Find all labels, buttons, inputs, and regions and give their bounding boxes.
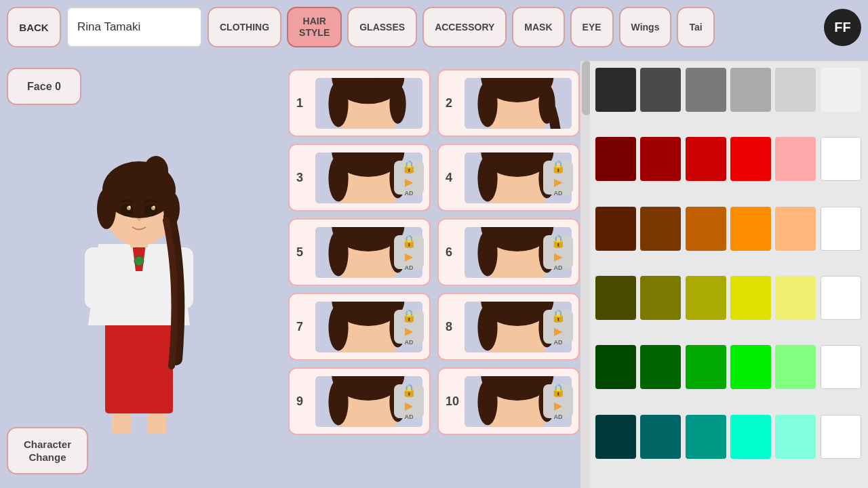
hair-item-number: 4 bbox=[446, 171, 459, 185]
color-swatch-18[interactable] bbox=[595, 276, 636, 320]
hair-item-3[interactable]: 3 🔒 ▶ AD bbox=[288, 144, 431, 211]
back-button[interactable]: BACK bbox=[7, 7, 61, 47]
hair-item-number: 10 bbox=[446, 394, 459, 409]
color-swatch-30[interactable] bbox=[595, 415, 636, 459]
back-label: BACK bbox=[19, 22, 48, 33]
hair-item-number: 6 bbox=[446, 245, 459, 260]
svg-point-16 bbox=[129, 206, 131, 208]
color-swatch-4[interactable] bbox=[775, 68, 816, 112]
hair-item-6[interactable]: 6 🔒 ▶ AD bbox=[437, 218, 580, 286]
color-swatch-10[interactable] bbox=[775, 137, 816, 181]
color-swatch-5[interactable] bbox=[821, 68, 861, 112]
character-display bbox=[0, 102, 278, 434]
svg-rect-20 bbox=[147, 413, 166, 434]
svg-rect-3 bbox=[85, 247, 105, 308]
character-change-button[interactable]: Character Change bbox=[7, 427, 88, 474]
hair-grid: 1 2 3 🔒 ▶ AD 4 bbox=[281, 66, 587, 438]
color-swatch-35[interactable] bbox=[821, 415, 861, 459]
color-swatch-27[interactable] bbox=[730, 345, 771, 389]
hair-item-2[interactable]: 2 bbox=[437, 69, 580, 137]
color-swatch-22[interactable] bbox=[775, 276, 816, 320]
tabs-container: CLOTHINGHAIR STYLEGLASSESACCESSORYMASKEY… bbox=[208, 7, 715, 47]
lock-overlay[interactable]: 🔒 ▶ AD bbox=[543, 235, 573, 269]
tab-accessory[interactable]: ACCESSORY bbox=[422, 7, 507, 47]
lock-overlay[interactable]: 🔒 ▶ AD bbox=[543, 161, 573, 195]
color-swatch-34[interactable] bbox=[775, 415, 816, 459]
play-icon: ▶ bbox=[554, 176, 562, 188]
hair-item-1[interactable]: 1 bbox=[288, 69, 431, 137]
character-name-text: Rina Tamaki bbox=[77, 20, 140, 34]
color-swatch-32[interactable] bbox=[686, 415, 726, 459]
hair-item-number: 5 bbox=[296, 245, 310, 260]
color-swatch-29[interactable] bbox=[821, 345, 861, 389]
play-icon: ▶ bbox=[405, 176, 413, 188]
color-swatch-20[interactable] bbox=[686, 276, 726, 320]
ad-label: AD bbox=[554, 413, 563, 420]
color-swatch-8[interactable] bbox=[686, 137, 726, 181]
hair-item-number: 2 bbox=[446, 96, 459, 110]
hair-item-10[interactable]: 10 🔒 ▶ AD bbox=[437, 367, 580, 435]
hair-item-5[interactable]: 5 🔒 ▶ AD bbox=[288, 218, 431, 286]
character-change-label: Character Change bbox=[24, 438, 71, 464]
lock-icon: 🔒 bbox=[401, 159, 416, 174]
color-swatch-16[interactable] bbox=[775, 207, 816, 251]
svg-point-18 bbox=[134, 256, 144, 266]
color-swatch-15[interactable] bbox=[730, 207, 771, 251]
color-swatch-25[interactable] bbox=[640, 345, 681, 389]
lock-overlay[interactable]: 🔒 ▶ AD bbox=[543, 384, 573, 418]
color-swatch-6[interactable] bbox=[595, 137, 636, 181]
lock-overlay[interactable]: 🔒 ▶ AD bbox=[394, 310, 424, 344]
hair-item-7[interactable]: 7 🔒 ▶ AD bbox=[288, 293, 431, 361]
color-swatch-2[interactable] bbox=[686, 68, 726, 112]
play-icon: ▶ bbox=[405, 250, 413, 263]
color-swatch-33[interactable] bbox=[730, 415, 771, 459]
color-swatch-19[interactable] bbox=[640, 276, 681, 320]
color-swatch-23[interactable] bbox=[821, 276, 861, 320]
lock-overlay[interactable]: 🔒 ▶ AD bbox=[394, 384, 424, 418]
ad-label: AD bbox=[405, 413, 414, 420]
color-swatch-0[interactable] bbox=[595, 68, 636, 112]
color-swatch-3[interactable] bbox=[730, 68, 771, 112]
hair-item-9[interactable]: 9 🔒 ▶ AD bbox=[288, 367, 431, 435]
hair-item-number: 7 bbox=[296, 320, 310, 334]
tab-hairstyle[interactable]: HAIR STYLE bbox=[287, 7, 342, 47]
lock-icon: 🔒 bbox=[401, 383, 416, 398]
color-swatch-14[interactable] bbox=[686, 207, 726, 251]
svg-rect-9 bbox=[151, 169, 161, 203]
play-icon: ▶ bbox=[554, 399, 562, 412]
color-swatch-1[interactable] bbox=[640, 68, 681, 112]
hair-item-8[interactable]: 8 🔒 ▶ AD bbox=[437, 293, 580, 361]
hair-grid-panel: 1 2 3 🔒 ▶ AD 4 bbox=[281, 61, 587, 488]
tab-mask[interactable]: MASK bbox=[512, 7, 564, 47]
color-swatch-11[interactable] bbox=[821, 137, 861, 181]
color-swatch-13[interactable] bbox=[640, 207, 681, 251]
tab-clothing[interactable]: CLOTHING bbox=[208, 7, 281, 47]
color-swatch-9[interactable] bbox=[730, 137, 771, 181]
color-swatch-21[interactable] bbox=[730, 276, 771, 320]
color-swatch-7[interactable] bbox=[640, 137, 681, 181]
tab-glasses[interactable]: GLASSES bbox=[347, 7, 417, 47]
hair-thumbnail bbox=[465, 78, 572, 129]
tab-tail[interactable]: Tai bbox=[677, 7, 714, 47]
lock-icon: 🔒 bbox=[551, 308, 566, 323]
color-swatch-12[interactable] bbox=[595, 207, 636, 251]
color-swatch-31[interactable] bbox=[640, 415, 681, 459]
color-swatch-28[interactable] bbox=[775, 345, 816, 389]
ad-label: AD bbox=[405, 264, 414, 271]
ff-logo: FF bbox=[824, 9, 861, 46]
lock-overlay[interactable]: 🔒 ▶ AD bbox=[543, 310, 573, 344]
svg-rect-19 bbox=[112, 413, 131, 434]
color-swatch-17[interactable] bbox=[821, 207, 861, 251]
color-swatch-26[interactable] bbox=[686, 345, 726, 389]
hair-item-4[interactable]: 4 🔒 ▶ AD bbox=[437, 144, 580, 211]
tab-eye[interactable]: EYE bbox=[570, 7, 614, 47]
lock-overlay[interactable]: 🔒 ▶ AD bbox=[394, 235, 424, 269]
svg-point-10 bbox=[97, 188, 116, 229]
color-swatch-24[interactable] bbox=[595, 345, 636, 389]
face-button[interactable]: Face 0 bbox=[7, 68, 81, 105]
ad-label: AD bbox=[405, 190, 414, 197]
tab-wings[interactable]: Wings bbox=[619, 7, 672, 47]
hair-item-number: 9 bbox=[296, 394, 310, 409]
color-palette bbox=[590, 61, 868, 488]
lock-overlay[interactable]: 🔒 ▶ AD bbox=[394, 161, 424, 195]
